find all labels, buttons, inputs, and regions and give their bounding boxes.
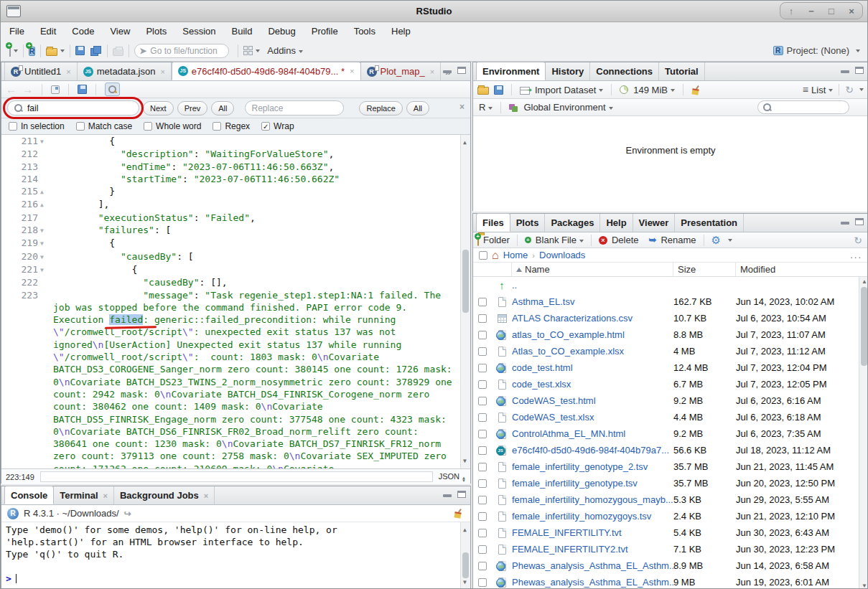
global-environment-selector[interactable]: Global Environment — [523, 102, 612, 113]
find-option-in-selection[interactable]: In selection — [9, 121, 65, 131]
restore-up-button[interactable]: ↑ — [785, 4, 798, 18]
file-checkbox[interactable] — [478, 364, 487, 372]
file-row[interactable]: Phewas_analysis_Asthma_EL_Asthm...9 MBJu… — [473, 574, 868, 589]
open-in-new-window-icon[interactable] — [51, 85, 60, 94]
file-checkbox[interactable] — [478, 314, 487, 323]
new-folder-label[interactable]: Folder — [483, 235, 510, 245]
open-dir-icon[interactable]: ↪ — [124, 509, 131, 518]
tab-plots[interactable]: Plots — [510, 214, 546, 232]
file-row[interactable]: JSe76cf4f0-d5d0-49d6-984f-404b79a7...56.… — [473, 442, 868, 458]
minimize-pane-icon[interactable] — [841, 218, 849, 225]
file-checkbox[interactable] — [478, 430, 487, 438]
checkbox-icon[interactable] — [76, 122, 85, 131]
find-replace-toggle[interactable] — [105, 83, 120, 96]
new-file-dropdown[interactable] — [14, 50, 18, 52]
tab-viewer[interactable]: Viewer — [633, 214, 676, 232]
tab-terminal[interactable]: Terminal× — [54, 486, 114, 504]
fold-marker-icon[interactable]: ▼ — [40, 224, 50, 237]
file-checkbox[interactable] — [478, 529, 487, 537]
checkbox-icon[interactable] — [213, 122, 221, 131]
delete-button[interactable]: Delete — [612, 235, 639, 245]
save-workspace-icon[interactable] — [494, 85, 503, 95]
tab-e76cf4f0-d5d0-49d6-984f-404b79[interactable]: JSe76cf4f0-d5d0-49d6-984f-404b79... *× — [172, 62, 361, 80]
file-name-link[interactable]: Phewas_analysis_Asthma_EL_Asthm... — [512, 577, 673, 588]
maximize-pane-icon[interactable] — [457, 67, 466, 74]
file-checkbox[interactable] — [478, 331, 487, 339]
console-scrollbar[interactable]: ▲ ▼ — [460, 522, 470, 589]
minimize-button[interactable]: − — [805, 4, 818, 18]
checkbox-icon[interactable] — [9, 122, 17, 131]
fold-marker-icon[interactable]: ▲ — [40, 185, 50, 198]
line-number-gutter[interactable]: 219▼ — [1, 237, 53, 250]
menu-item-file[interactable]: File — [9, 26, 24, 37]
file-name-link[interactable]: female_infertility_genotype_2.tsv — [512, 461, 673, 472]
tab-close-icon[interactable]: × — [160, 67, 164, 76]
cursor-position[interactable]: 223:149 — [6, 473, 34, 481]
replace-all-button[interactable]: All — [406, 101, 429, 116]
save-all-button[interactable] — [90, 46, 102, 56]
tab-close-icon[interactable]: × — [350, 67, 354, 75]
clear-environment-icon[interactable] — [691, 85, 701, 95]
file-row[interactable]: CodeWAS_test.xlsx4.4 MBJul 6, 2023, 6:18… — [473, 409, 868, 425]
tab-untitled1[interactable]: RUntitled1× — [4, 62, 78, 80]
file-name-link[interactable]: Phewas_analysis_Asthma_EL_Asthm... — [512, 560, 673, 571]
find-prev-button[interactable]: Prev — [177, 101, 208, 116]
fold-marker-icon[interactable]: ▼ — [40, 135, 50, 148]
line-number-gutter[interactable]: 214 — [1, 173, 53, 185]
project-menu[interactable]: R Project: (None) — [773, 45, 860, 56]
checkbox-icon[interactable]: ✓ — [261, 122, 270, 131]
scroll-up-icon[interactable]: ▲ — [463, 136, 467, 149]
replace-button[interactable]: Replace — [359, 101, 402, 116]
fold-marker-icon[interactable]: ▼ — [40, 263, 50, 276]
save-button[interactable] — [75, 46, 85, 55]
line-number-gutter[interactable]: 217 — [1, 212, 53, 224]
file-checkbox[interactable] — [478, 463, 487, 471]
file-name-link[interactable]: ControlAthma_EL_MN.html — [512, 428, 673, 439]
file-row[interactable]: code_test.xlsx6.7 MBJul 7, 2023, 12:05 P… — [473, 376, 868, 392]
code-editor[interactable]: 211▼ {212 "description": "WaitingForValu… — [1, 135, 470, 468]
file-row[interactable]: FEMALE_INFERTILITY.tvt5.4 KBJun 30, 2023… — [473, 524, 868, 541]
fold-marker-icon[interactable]: ▼ — [40, 250, 50, 263]
file-checkbox[interactable] — [478, 479, 487, 488]
line-number-gutter[interactable]: 218▼ — [1, 224, 53, 237]
file-checkbox[interactable] — [478, 397, 487, 405]
file-name-link[interactable]: CodeWAS_test.html — [512, 395, 673, 406]
open-file-button[interactable] — [46, 48, 57, 56]
checkbox-icon[interactable] — [144, 122, 152, 131]
more-options-dropdown[interactable] — [728, 239, 732, 242]
replace-input[interactable]: Replace — [245, 100, 344, 116]
file-row[interactable]: ControlAthma_EL_MN.html9.2 MBJul 6, 2023… — [473, 425, 868, 442]
minimize-pane-icon[interactable] — [841, 67, 849, 74]
refresh-icon[interactable]: ↻ — [854, 235, 862, 245]
file-checkbox[interactable] — [478, 496, 487, 504]
find-option-match-case[interactable]: Match case — [76, 121, 132, 131]
scroll-down-icon[interactable]: ▼ — [463, 455, 467, 467]
maximize-pane-icon[interactable] — [457, 491, 466, 498]
breadcrumb-current[interactable]: Downloads — [539, 250, 585, 260]
refresh-icon[interactable]: ↻ — [845, 85, 854, 95]
tab-presentation[interactable]: Presentation — [675, 214, 744, 232]
tab-history[interactable]: History — [546, 62, 590, 80]
tab-packages[interactable]: Packages — [545, 214, 600, 232]
list-view-button[interactable]: List — [811, 85, 833, 95]
breadcrumb-more-button[interactable]: ... — [850, 250, 862, 260]
file-checkbox[interactable] — [478, 562, 487, 570]
tab-close-icon[interactable]: × — [66, 67, 70, 76]
file-row[interactable]: female_infertility_homozygoys.tsv2.4 KBJ… — [473, 508, 868, 524]
file-name-link[interactable]: female_infertility_homozygous_mayb... — [512, 494, 673, 505]
file-checkbox[interactable] — [478, 512, 487, 521]
file-row[interactable]: CodeWAS_test.html9.2 MBJul 6, 2023, 6:16… — [473, 392, 868, 409]
file-row[interactable]: Asthma_EL.tsv162.7 KBJun 14, 2023, 10:02… — [473, 293, 868, 310]
new-folder-button[interactable]: + — [477, 235, 479, 245]
menu-item-help[interactable]: Help — [391, 26, 411, 37]
breadcrumb-home[interactable]: Home — [503, 250, 528, 260]
goto-file-input[interactable]: ➤ Go to file/function — [134, 44, 229, 58]
line-number-gutter[interactable]: 222 — [1, 276, 53, 288]
panes-dropdown[interactable] — [256, 50, 260, 52]
file-name-link[interactable]: FEMALE_INFERTILITY2.tvt — [512, 544, 673, 555]
file-checkbox[interactable] — [478, 380, 487, 389]
tab-tutorial[interactable]: Tutorial — [659, 62, 705, 80]
file-checkbox[interactable] — [478, 413, 487, 422]
menu-item-session[interactable]: Session — [182, 26, 215, 37]
file-name-link[interactable]: ATLAS Characterizations.csv — [512, 313, 673, 324]
